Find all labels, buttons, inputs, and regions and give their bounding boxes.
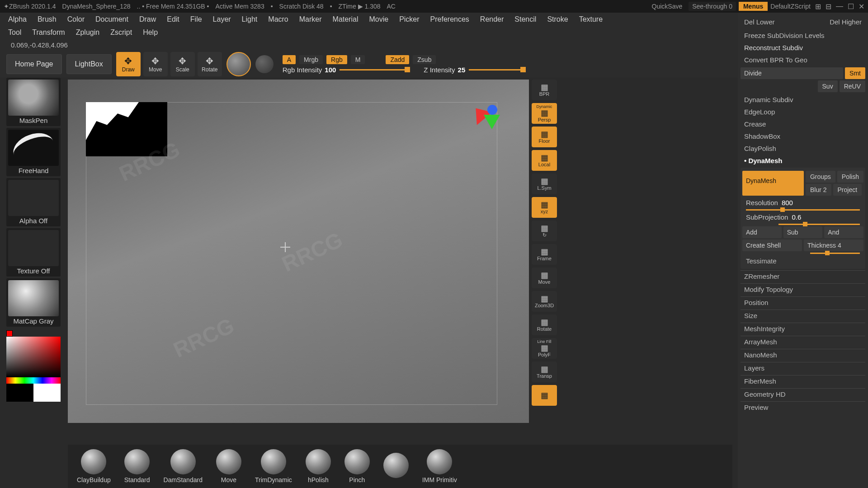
menu-movie[interactable]: Movie <box>369 15 388 23</box>
default-zscript[interactable]: DefaultZScript <box>770 3 811 10</box>
vbtn-local[interactable]: ▦Local <box>532 150 557 171</box>
create-shell[interactable]: Create Shell <box>742 239 802 251</box>
vbtn-lsym[interactable]: ▦L.Sym <box>532 174 557 194</box>
brush-trimdynamic[interactable]: TrimDynamic <box>255 449 292 483</box>
reuv-button[interactable]: ReUV <box>840 80 865 92</box>
color-picker[interactable] <box>6 330 61 402</box>
brush-hpolish[interactable]: hPolish <box>306 449 331 483</box>
section-zremesher[interactable]: ZRemesher <box>741 270 865 282</box>
crease[interactable]: Crease <box>741 118 865 130</box>
section-meshintegrity[interactable]: MeshIntegrity <box>741 323 865 334</box>
vbtn-move[interactable]: ▦Move <box>532 267 557 288</box>
menu-preferences[interactable]: Preferences <box>430 15 469 23</box>
blur-value[interactable]: Blur 2 <box>806 184 831 196</box>
dock-right-icon[interactable]: ⊟ <box>826 2 831 11</box>
menu-light[interactable]: Light <box>242 15 258 23</box>
quicksave-button[interactable]: QuickSave <box>652 3 683 10</box>
menu-edit[interactable]: Edit <box>167 15 179 23</box>
convert-bpr[interactable]: Convert BPR To Geo <box>741 54 865 66</box>
edgeloop[interactable]: EdgeLoop <box>741 106 865 118</box>
alt-tool-icon[interactable] <box>255 55 274 73</box>
close-icon[interactable]: ✕ <box>859 2 864 11</box>
viewport[interactable] <box>68 80 529 423</box>
and-button[interactable]: And <box>824 226 863 238</box>
brush-pinch[interactable]: Pinch <box>344 449 370 483</box>
brush-maskpen[interactable]: MaskPen <box>6 78 61 126</box>
rotate-mode[interactable]: ✥Rotate <box>198 52 222 76</box>
vbtn-bpr[interactable]: ▦BPR <box>532 80 557 100</box>
reconstruct-subdiv[interactable]: Reconstruct Subdiv <box>741 42 865 54</box>
dock-left-icon[interactable]: ⊞ <box>815 2 821 11</box>
draw-mode[interactable]: ✥Draw <box>116 52 141 76</box>
brush-move[interactable]: Move <box>216 449 241 483</box>
polish-toggle[interactable]: Polish <box>837 171 863 183</box>
menu-stroke[interactable]: Stroke <box>547 15 568 23</box>
menu-brush[interactable]: Brush <box>38 15 57 23</box>
zsub-toggle[interactable]: Zsub <box>413 55 436 64</box>
menu-help[interactable]: Help <box>143 28 158 37</box>
zadd-toggle[interactable]: Zadd <box>386 55 409 64</box>
material-matcap-gray[interactable]: MatCap Gray <box>6 278 61 327</box>
add-button[interactable]: Add <box>742 226 782 238</box>
vbtn-floor[interactable]: ▦Floor <box>532 127 557 147</box>
section-fibermesh[interactable]: FiberMesh <box>741 375 865 387</box>
alpha-off[interactable]: Alpha Off <box>6 178 61 226</box>
active-tool-icon[interactable] <box>226 52 251 76</box>
freeze-subdiv[interactable]: Freeze SubDivision Levels <box>741 29 865 42</box>
section-size[interactable]: Size <box>741 310 865 321</box>
brush-claybuildup[interactable]: ClayBuildup <box>77 449 111 483</box>
thickness-slider[interactable]: Thickness 4 <box>804 239 863 251</box>
sub-button[interactable]: Sub <box>783 226 823 238</box>
menu-transform[interactable]: Transform <box>32 28 65 37</box>
move-mode[interactable]: ✥Move <box>143 52 168 76</box>
home-page-button[interactable]: Home Page <box>6 54 62 74</box>
vbtn-frame[interactable]: ▦Frame <box>532 244 557 265</box>
z-intensity-slider[interactable] <box>469 69 523 70</box>
brush-damstandard[interactable]: DamStandard <box>164 449 203 483</box>
subprojection-slider[interactable]: SubProjection 0.6 <box>742 211 863 223</box>
menu-color[interactable]: Color <box>67 15 85 23</box>
menu-picker[interactable]: Picker <box>399 15 419 23</box>
menu-document[interactable]: Document <box>95 15 128 23</box>
primary-color[interactable] <box>33 384 61 402</box>
dynamesh-button[interactable]: DynaMesh <box>742 171 804 196</box>
minimize-icon[interactable]: — <box>836 2 843 10</box>
section-preview[interactable]: Preview <box>741 401 865 413</box>
vbtn-persp[interactable]: Dynamic▦Persp <box>532 103 557 124</box>
divide-button[interactable]: Divide <box>741 67 843 79</box>
dynamic-subdiv[interactable]: Dynamic Subdiv <box>741 94 865 106</box>
rgb-intensity-slider[interactable] <box>340 69 407 70</box>
mrgb-toggle[interactable]: Mrgb <box>299 55 323 64</box>
lightbox-button[interactable]: LightBox <box>66 54 112 74</box>
section-layers[interactable]: Layers <box>741 362 865 374</box>
menu-marker[interactable]: Marker <box>299 15 322 23</box>
menus-toggle[interactable]: Menus <box>739 2 768 11</box>
scale-mode[interactable]: ✥Scale <box>170 52 195 76</box>
project-toggle[interactable]: Project <box>833 184 862 196</box>
brush-standard[interactable]: Standard <box>124 449 150 483</box>
vbtn-transp[interactable]: ▦Transp <box>532 361 557 382</box>
menu-alpha[interactable]: Alpha <box>8 15 27 23</box>
section-position[interactable]: Position <box>741 296 865 308</box>
del-higher[interactable]: Del Higher <box>826 16 865 28</box>
menu-file[interactable]: File <box>190 15 202 23</box>
menu-zplugin[interactable]: Zplugin <box>76 28 99 37</box>
texture-off[interactable]: Texture Off <box>6 228 61 277</box>
menu-texture[interactable]: Texture <box>579 15 603 23</box>
resolution-slider[interactable]: Resolution 800 <box>742 197 863 208</box>
section-arraymesh[interactable]: ArrayMesh <box>741 336 865 347</box>
tessimate[interactable]: Tessimate <box>742 255 863 267</box>
stroke-freehand[interactable]: FreeHand <box>6 128 61 176</box>
suv-toggle[interactable]: Suv <box>818 80 838 92</box>
vbtn-xyz[interactable]: ▦xyz <box>532 197 557 218</box>
maximize-icon[interactable]: ☐ <box>848 2 854 11</box>
menu-zscript[interactable]: Zscript <box>110 28 132 37</box>
section-nanomesh[interactable]: NanoMesh <box>741 349 865 361</box>
menu-stencil[interactable]: Stencil <box>514 15 536 23</box>
claypolish[interactable]: ClayPolish <box>741 142 865 155</box>
menu-draw[interactable]: Draw <box>139 15 156 23</box>
vbtn-rotate[interactable]: ▦Rotate <box>532 314 557 335</box>
a-toggle[interactable]: A <box>283 55 296 64</box>
dynamesh-header[interactable]: • DynaMesh <box>741 155 865 167</box>
vbtn-polyf[interactable]: Line Fill▦PolyF <box>532 338 557 359</box>
